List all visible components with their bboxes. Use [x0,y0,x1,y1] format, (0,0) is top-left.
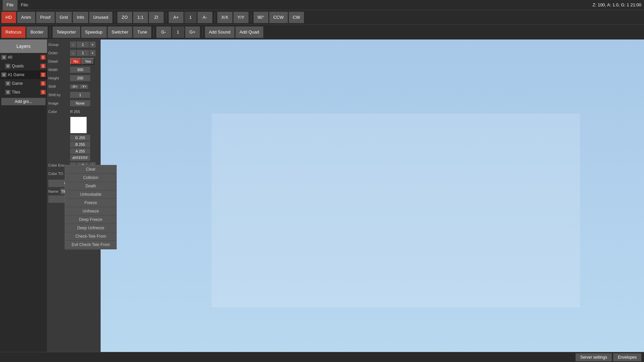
top-bar: File File: Z: 100, A: 1.0, G: 1 21:00 [0,0,644,10]
top-right-info: Z: 100, A: 1.0, G: 1 21:00 [593,2,641,7]
a-minus-button[interactable]: A- [198,12,212,23]
layer-s-0[interactable]: S [41,55,46,60]
server-settings-button[interactable]: Server settings [576,353,612,361]
layer-s-quads[interactable]: S [41,64,46,68]
layer-s-game[interactable]: S [41,81,46,86]
color-b-input[interactable] [70,141,90,147]
detail-yes-button[interactable]: Yes [82,58,94,65]
image-row: Image [48,100,99,107]
cw-button[interactable]: CW [289,12,304,23]
layer-item-game-group[interactable]: V #1 Game S [0,70,47,79]
refocus-button[interactable]: Refocus [1,26,25,38]
layer-vis-quads[interactable]: V [5,64,10,68]
detail-no-button[interactable]: No [70,58,82,65]
layer-vis-tiles[interactable]: V [5,90,10,95]
yy-button[interactable]: Y/Y [233,12,249,23]
layer-item-tiles[interactable]: V Tiles S [4,88,47,97]
shift-by-label: Shift by [48,93,70,97]
shift-label: Shift [48,84,70,88]
hd-button[interactable]: HD [1,12,16,23]
add-quad-button[interactable]: Add Quad [235,26,263,38]
grid-button[interactable]: Grid [56,12,72,23]
height-val-input[interactable] [70,75,90,81]
proof-button[interactable]: Proof [36,12,55,23]
envelopes-button[interactable]: Envelopes [613,353,641,361]
image-val-input[interactable] [70,100,90,106]
border-button[interactable]: Border [26,26,48,38]
a-plus-button[interactable]: A+ [169,12,183,23]
teleporter-button[interactable]: Teleporter [53,26,80,38]
layer-item-quads[interactable]: V Quads S [4,62,47,70]
canvas-area[interactable] [101,40,644,352]
zi-button[interactable]: ZI [149,12,164,23]
g-minus-button[interactable]: G- [156,26,171,38]
name-label: Name: [48,189,59,193]
shift-controls: -X+ -Y+ [70,84,88,89]
dropdown-collision-item[interactable]: Collision [65,174,116,182]
dropdown-deep-freeze-item[interactable]: Deep Freeze [65,216,116,224]
separator6 [154,27,154,37]
color-hex-input[interactable] [70,155,90,161]
layer-item-0[interactable]: V #0 S [0,53,47,62]
layer-item-game[interactable]: V Game S [4,79,47,88]
color-a-input[interactable] [70,148,90,154]
layer-name-quads: Quads [12,64,40,68]
dropdown-unfreeze-item[interactable]: Unfreeze [65,207,116,216]
dropdown-death-item[interactable]: Death [65,182,116,190]
deg90-button[interactable]: 90° [254,12,268,23]
width-val-input[interactable] [70,67,90,73]
group-minus-btn[interactable]: - [70,42,76,48]
ccw-button[interactable]: CCW [269,12,288,23]
bottom-bar: Server settings Envelopes [0,352,644,362]
dropdown-evil-check-tele-from-item[interactable]: Evil Check-Tele From [65,241,116,249]
color-g-input[interactable] [70,135,90,141]
file-menu-button[interactable]: File [3,0,17,11]
dropdown-freeze-item[interactable]: Freeze [65,199,116,207]
shift-y-minus-btn[interactable]: -Y+ [79,84,88,89]
dropdown-check-tele-from-item[interactable]: Check-Tele From [65,232,116,241]
separator1 [115,12,115,22]
layers-button[interactable]: Layers [0,40,47,53]
xx-button[interactable]: X/X [217,12,232,23]
a-num-input[interactable] [184,12,197,23]
one-to-one-button[interactable]: 1:1 [133,12,148,23]
switcher-button[interactable]: Switcher [108,26,132,38]
detail-label: Detail [48,59,70,63]
layer-vis-game-group[interactable]: V [1,72,6,77]
image-label: Image [48,101,70,105]
add-group-button[interactable]: Add gro... [1,98,46,105]
group-control: - + [70,42,96,48]
add-sound-button[interactable]: Add Sound [205,26,234,38]
detail-row: Detail No Yes [48,58,99,65]
speedup-button[interactable]: Speedup [81,26,107,38]
tune-button[interactable]: Tune [133,26,151,38]
dropdown-deep-unfreeze-item[interactable]: Deep Unfreeze [65,224,116,232]
layer-s-tiles[interactable]: S [41,90,46,95]
group-plus-btn[interactable]: + [90,42,96,48]
separator2 [166,12,166,22]
width-row: Width [48,66,99,73]
order-minus-btn[interactable]: - [70,50,76,56]
layer-vis-game[interactable]: V [5,81,10,86]
layer-s-game-group[interactable]: S [41,72,46,77]
shift-x-minus-btn[interactable]: -X+ [70,84,79,89]
unused-button[interactable]: Unused [89,12,112,23]
dropdown-unhookable-item[interactable]: Unhookable [65,190,116,199]
layer-vis-0[interactable]: V [1,55,6,60]
order-val-input[interactable] [77,50,89,56]
color-swatch[interactable] [70,117,87,133]
shift-by-row: Shift by [48,91,99,99]
zo-button[interactable]: ZO [117,12,132,23]
separator5 [50,27,50,37]
canvas-box [211,113,580,308]
g-num-input[interactable] [172,26,184,38]
order-plus-btn[interactable]: + [90,50,96,56]
shift-by-val-input[interactable] [70,92,90,98]
color-a-row [48,148,99,154]
info-button[interactable]: Info [73,12,88,23]
g-plus-button[interactable]: G+ [185,26,200,38]
anim-button[interactable]: Anim [17,12,35,23]
order-control: - + [70,50,96,56]
group-val-input[interactable] [77,42,89,48]
dropdown-clear-item[interactable]: Clear [65,165,116,174]
